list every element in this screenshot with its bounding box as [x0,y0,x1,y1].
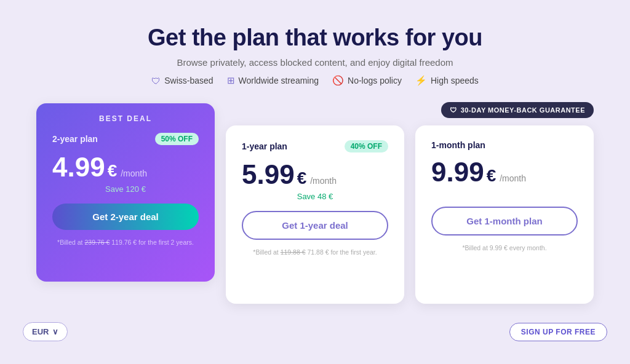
best-deal-badge: BEST DEAL [52,114,199,123]
plan-card-2year: BEST DEAL 2-year plan 50% OFF 4.99 € /mo… [36,103,215,282]
currency-button[interactable]: EUR ∨ [23,322,68,341]
feature-list: 🛡Swiss-based⊞Worldwide streaming🚫No-logs… [148,75,482,86]
feature-item-swiss: 🛡Swiss-based [151,76,213,86]
billing-note: *Billed at 239.76 € 119.76 € for the fir… [52,239,199,246]
feature-label-speed: High speeds [431,76,479,85]
billing-note: *Billed at 9.99 € every month. [431,244,578,251]
price-row: 9.99 € /month [431,159,578,186]
plan-name: 1-year plan [242,141,287,151]
money-back-badge: 🛡 30-DAY MONEY-BACK GUARANTEE [441,102,594,118]
price-section: 5.99 € /month [242,161,388,188]
save-text: Save 48 € [242,192,388,201]
feature-label-nologs: No-logs policy [348,76,402,85]
price-row: 4.99 € /month [52,154,199,181]
feature-icon-nologs: 🚫 [332,75,344,86]
pricing-cards: BEST DEAL 2-year plan 50% OFF 4.99 € /mo… [23,103,607,304]
feature-icon-swiss: 🛡 [151,76,161,86]
page-title: Get the plan that works for you [148,25,482,51]
discount-badge: 40% OFF [345,140,388,152]
cta-button-1year[interactable]: Get 1-year deal [242,211,388,240]
plan-header-row: 2-year plan 50% OFF [52,133,199,145]
cta-button-2year[interactable]: Get 2-year deal [52,204,199,230]
plan-header-row: 1-month plan [431,140,578,150]
signup-button[interactable]: SIGN UP FOR FREE [509,323,607,341]
price-row: 5.99 € /month [242,161,388,188]
plan-card-1year: 1-year plan 40% OFF 5.99 € /month Save 4… [226,125,404,304]
feature-label-swiss: Swiss-based [164,76,213,85]
price-currency: € [297,168,307,188]
plan-card-1month: 1-month plan 9.99 € /month Get 1-month p… [415,125,594,304]
price-section: 9.99 € /month [431,159,578,186]
feature-item-speed: ⚡High speeds [415,75,479,86]
plan-name: 2-year plan [52,134,98,144]
feature-item-streaming: ⊞Worldwide streaming [227,75,319,86]
feature-item-nologs: 🚫No-logs policy [332,75,402,86]
page-subtitle: Browse privately, access blocked content… [148,57,482,68]
cta-button-1month[interactable]: Get 1-month plan [431,207,578,235]
feature-icon-speed: ⚡ [415,75,427,86]
plan-name: 1-month plan [431,140,485,150]
footer-row: EUR ∨ SIGN UP FOR FREE [23,322,607,341]
save-text: Save 120 € [52,184,199,194]
money-back-text: 30-DAY MONEY-BACK GUARANTEE [461,106,585,114]
price-amount: 5.99 [242,161,295,188]
price-period: /month [121,168,147,178]
feature-icon-streaming: ⊞ [227,75,235,86]
shield-icon: 🛡 [450,106,457,114]
price-amount: 9.99 [431,159,484,186]
price-period: /month [500,173,526,183]
billing-note: *Billed at 119.88 € 71.88 € for the firs… [242,248,388,256]
price-amount: 4.99 [52,154,105,181]
discount-badge: 50% OFF [155,133,199,145]
page-header: Get the plan that works for you Browse p… [148,25,482,86]
plan-header-row: 1-year plan 40% OFF [242,140,388,152]
price-currency: € [108,161,118,181]
chevron-down-icon: ∨ [52,327,58,336]
plan-card-1month-wrapper: 🛡 30-DAY MONEY-BACK GUARANTEE 1-month pl… [415,125,594,304]
price-currency: € [487,166,496,186]
price-period: /month [310,176,337,186]
price-section: 4.99 € /month [52,154,199,181]
currency-label: EUR [32,327,49,336]
feature-label-streaming: Worldwide streaming [239,76,319,85]
